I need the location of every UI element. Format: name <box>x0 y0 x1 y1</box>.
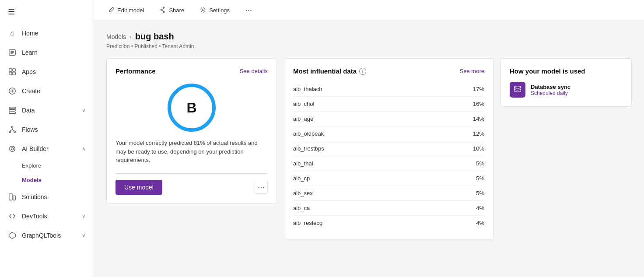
influential-data-row: aib_restecg 4% <box>293 216 484 230</box>
share-button[interactable]: Share <box>156 4 188 17</box>
content-area: Models › bug bash Prediction • Published… <box>94 21 644 277</box>
data-field-name: aib_thal <box>293 160 313 167</box>
influential-title: Most influential data i <box>293 67 366 75</box>
flows-icon <box>8 125 17 134</box>
data-field-pct: 16% <box>473 101 484 107</box>
influential-info-icon: i <box>359 68 366 75</box>
settings-label: Settings <box>209 7 230 14</box>
sidebar-label-solutions: Solutions <box>22 193 47 200</box>
sidebar-item-data[interactable]: Data ∨ <box>0 101 94 120</box>
svg-rect-5 <box>13 69 15 71</box>
performance-footer: Use model ⋯ <box>116 180 268 195</box>
breadcrumb-current: bug bash <box>135 32 174 42</box>
influential-card-header: Most influential data i See more <box>293 67 484 75</box>
svg-point-15 <box>9 131 11 133</box>
data-field-name: aib_ca <box>293 205 310 211</box>
data-field-name: aib_oldpeak <box>293 130 324 137</box>
influential-data-row: aib_ca 4% <box>293 201 484 216</box>
devtools-icon <box>8 212 17 221</box>
create-icon <box>8 87 17 95</box>
sidebar-label-flows: Flows <box>22 126 38 133</box>
performance-more-button[interactable]: ⋯ <box>255 181 268 194</box>
usage-item-info: Database sync Scheduled daily <box>531 84 570 96</box>
svg-line-18 <box>10 130 12 131</box>
apps-icon <box>8 67 17 76</box>
breadcrumb-parent[interactable]: Models <box>106 33 126 40</box>
sidebar-label-apps: Apps <box>22 68 36 75</box>
sidebar-label-graphqltools: GraphQLTools <box>22 232 61 239</box>
share-label: Share <box>169 7 184 14</box>
data-field-pct: 5% <box>476 175 484 182</box>
cards-row: Performance See details B Your model cor… <box>106 58 632 239</box>
influential-data-row: aib_sex 5% <box>293 186 484 201</box>
performance-description: Your model correctly predicted 81% of ac… <box>116 139 268 165</box>
usage-item-subtitle: Scheduled daily <box>531 90 570 96</box>
edit-model-button[interactable]: Edit model <box>105 4 147 17</box>
svg-point-20 <box>10 146 15 152</box>
performance-grade: B <box>186 100 196 116</box>
usage-item: Database sync Scheduled daily <box>510 82 623 98</box>
use-model-button[interactable]: Use model <box>116 180 162 195</box>
data-icon <box>8 106 17 115</box>
performance-circle: B <box>168 84 216 132</box>
sidebar-item-flows[interactable]: Flows <box>0 120 94 139</box>
usage-title: How your model is used <box>510 67 585 75</box>
sidebar-item-ai-builder[interactable]: AI Builder ∧ <box>0 139 94 158</box>
sidebar-label-ai-builder: AI Builder <box>22 145 49 152</box>
performance-circle-container: B <box>116 84 268 132</box>
more-button[interactable]: ··· <box>242 4 256 17</box>
sidebar-item-solutions[interactable]: Solutions <box>0 187 94 207</box>
home-icon: ⌂ <box>8 29 17 38</box>
svg-point-14 <box>11 126 13 128</box>
hamburger-menu[interactable]: ☰ <box>0 0 94 24</box>
influential-data-row: aib_thalach 17% <box>293 82 484 97</box>
data-field-pct: 12% <box>473 130 484 137</box>
data-field-name: aib_sex <box>293 190 313 196</box>
sidebar-label-devtools: DevTools <box>22 213 47 220</box>
data-field-name: aib_trestbps <box>293 145 324 152</box>
svg-rect-7 <box>13 72 15 75</box>
influential-data-row: aib_oldpeak 12% <box>293 126 484 141</box>
svg-rect-23 <box>13 196 15 200</box>
svg-rect-11 <box>9 107 15 109</box>
influential-data-row: aib_cp 5% <box>293 171 484 186</box>
svg-rect-22 <box>9 194 12 200</box>
sidebar-item-home[interactable]: ⌂ Home <box>0 24 94 43</box>
sidebar-item-apps[interactable]: Apps <box>0 62 94 81</box>
sidebar-item-create[interactable]: Create <box>0 81 94 101</box>
svg-point-21 <box>11 147 13 150</box>
settings-icon <box>200 7 206 14</box>
ai-builder-icon <box>8 144 17 153</box>
sidebar-label-data: Data <box>22 107 35 114</box>
influential-data-row: aib_age 14% <box>293 112 484 126</box>
data-field-name: aib_restecg <box>293 220 322 226</box>
influential-data-card: Most influential data i See more aib_tha… <box>284 58 494 239</box>
settings-button[interactable]: Settings <box>196 4 233 17</box>
sidebar-label-create: Create <box>22 88 40 95</box>
graphqltools-chevron: ∨ <box>82 232 86 238</box>
sidebar-item-graphqltools[interactable]: GraphQLTools ∨ <box>0 226 94 245</box>
page-meta: Prediction • Published • Tenant Admin <box>106 43 632 49</box>
sidebar-item-devtools[interactable]: DevTools ∨ <box>0 207 94 226</box>
see-details-link[interactable]: See details <box>240 68 268 74</box>
data-field-pct: 5% <box>476 160 484 167</box>
data-field-pct: 4% <box>476 220 484 226</box>
sidebar-label-home: Home <box>22 30 38 37</box>
learn-icon <box>8 48 17 57</box>
svg-rect-13 <box>9 112 15 114</box>
data-field-pct: 4% <box>476 205 484 211</box>
svg-rect-6 <box>9 72 12 75</box>
breadcrumb: Models › bug bash <box>106 32 632 42</box>
main-content: Edit model Share Settings ··· Models › b… <box>94 0 644 277</box>
sidebar-sub-explore[interactable]: Explore <box>0 158 94 173</box>
svg-point-27 <box>202 9 204 11</box>
usage-item-title: Database sync <box>531 84 570 90</box>
ai-builder-chevron: ∧ <box>82 146 86 152</box>
svg-point-28 <box>514 86 521 88</box>
performance-divider <box>116 173 268 174</box>
sidebar-item-learn[interactable]: Learn <box>0 43 94 62</box>
svg-rect-4 <box>9 69 12 71</box>
performance-card-header: Performance See details <box>116 67 268 75</box>
sidebar-sub-models[interactable]: Models <box>0 173 94 187</box>
see-more-link[interactable]: See more <box>460 68 484 74</box>
